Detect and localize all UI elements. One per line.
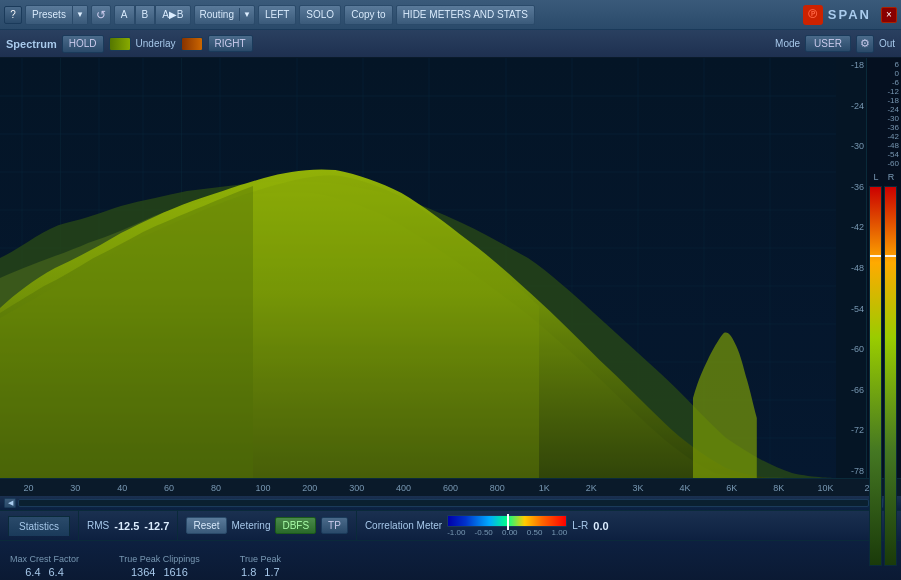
x-tick-2k: 2K <box>568 483 615 493</box>
corr-label: Correlation Meter <box>365 520 442 531</box>
x-tick-600: 600 <box>427 483 474 493</box>
y-label-30: -30 <box>838 141 864 151</box>
out-label: Out <box>879 38 895 49</box>
x-tick-800: 800 <box>474 483 521 493</box>
rms-label: RMS <box>87 520 109 531</box>
a-button[interactable]: A <box>114 5 135 25</box>
mode-user[interactable]: USER <box>805 35 851 52</box>
logo-area: Ⓟ SPAN × <box>803 5 897 25</box>
ab-button[interactable]: A▶B <box>155 5 190 25</box>
x-tick-3k: 3K <box>615 483 662 493</box>
help-button[interactable]: ? <box>4 6 22 24</box>
toolbar: ? Presets ▼ ↺ A B A▶B Routing ▼ LEFT SOL… <box>0 0 901 30</box>
scroll-left-button[interactable]: ◀ <box>4 498 16 508</box>
spectrum-bar: Spectrum HOLD Underlay RIGHT Mode USER ⚙… <box>0 30 901 58</box>
meter-label-n18: -18 <box>869 96 899 105</box>
x-tick-400: 400 <box>380 483 427 493</box>
y-label-60: -60 <box>838 344 864 354</box>
y-label-54: -54 <box>838 304 864 314</box>
true-peak-r-value: 1.7 <box>264 566 279 578</box>
right-meter: 6 0 -6 -12 -18 -24 -30 -36 -42 -48 -54 -… <box>866 58 901 478</box>
solo-button[interactable]: SOLO <box>299 5 341 25</box>
corr-value: 0.0 <box>593 520 608 532</box>
ab-group: A B A▶B <box>114 5 191 25</box>
meter-label-6: 6 <box>869 60 899 69</box>
crest-factor-item: Max Crest Factor 6.4 6.4 <box>10 554 79 578</box>
peak-clip-label: True Peak Clippings <box>119 554 200 564</box>
scroll-track[interactable] <box>18 499 869 507</box>
routing-button[interactable]: Routing ▼ <box>194 5 255 25</box>
true-peak-l-value: 1.8 <box>241 566 256 578</box>
statistics-tab[interactable]: Statistics <box>8 516 70 536</box>
stats-detail: Max Crest Factor 6.4 6.4 True Peak Clipp… <box>0 540 901 580</box>
meter-label-n42: -42 <box>869 132 899 141</box>
y-axis: -18 -24 -30 -36 -42 -48 -54 -60 -66 -72 … <box>836 58 866 478</box>
metering-label: Metering <box>232 520 271 531</box>
x-tick-1k: 1K <box>521 483 568 493</box>
gear-button[interactable]: ⚙ <box>856 35 874 53</box>
x-tick-100: 100 <box>239 483 286 493</box>
corr-meter <box>447 515 567 527</box>
y-label-72: -72 <box>838 425 864 435</box>
peak-clip-l-value: 1364 <box>131 566 155 578</box>
refresh-button[interactable]: ↺ <box>91 5 111 25</box>
reset-section: Reset Metering DBFS TP <box>178 511 356 540</box>
right-label: RIGHT <box>208 35 253 52</box>
peak-clip-r-value: 1616 <box>163 566 187 578</box>
crest-label: Max Crest Factor <box>10 554 79 564</box>
close-button[interactable]: × <box>881 7 897 23</box>
left-button[interactable]: LEFT <box>258 5 296 25</box>
reset-button[interactable]: Reset <box>186 517 226 534</box>
crest-l-value: 6.4 <box>25 566 40 578</box>
x-tick-300: 300 <box>333 483 380 493</box>
x-tick-10k: 10K <box>802 483 849 493</box>
true-peak-label: True Peak <box>240 554 281 564</box>
lr-labels: L R <box>867 170 901 184</box>
x-tick-40: 40 <box>99 483 146 493</box>
logo-icon: Ⓟ <box>803 5 823 25</box>
green-swatch[interactable] <box>109 37 131 51</box>
r-label: R <box>888 172 895 182</box>
x-tick-60: 60 <box>146 483 193 493</box>
x-tick-80: 80 <box>193 483 240 493</box>
logo-text: SPAN <box>828 7 871 22</box>
corr-tick-n05: -0.50 <box>475 528 493 537</box>
lr-label: L-R <box>572 520 588 531</box>
corr-tick-05: 0.50 <box>527 528 543 537</box>
meter-label-n12: -12 <box>869 87 899 96</box>
hide-meters-button[interactable]: HIDE METERS AND STATS <box>396 5 535 25</box>
x-tick-200: 200 <box>286 483 333 493</box>
true-peak-values: 1.8 1.7 <box>241 566 280 578</box>
b-button[interactable]: B <box>135 5 156 25</box>
meter-label-n54: -54 <box>869 150 899 159</box>
l-label: L <box>874 172 879 182</box>
presets-group: Presets ▼ <box>25 5 88 25</box>
x-tick-4k: 4K <box>661 483 708 493</box>
crest-values: 6.4 6.4 <box>25 566 64 578</box>
tp-button[interactable]: TP <box>321 517 348 534</box>
peak-clippings-item: True Peak Clippings 1364 1616 <box>119 554 200 578</box>
y-label-48: -48 <box>838 263 864 273</box>
rms-section: RMS -12.5 -12.7 <box>79 511 178 540</box>
presets-dropdown-button[interactable]: ▼ <box>73 5 88 25</box>
peak-clip-values: 1364 1616 <box>131 566 188 578</box>
routing-label: Routing <box>195 7 239 22</box>
true-peak-item: True Peak 1.8 1.7 <box>240 554 281 578</box>
copy-to-button[interactable]: Copy to <box>344 5 392 25</box>
meter-label-n60: -60 <box>869 159 899 168</box>
orange-swatch[interactable] <box>181 37 203 51</box>
meter-label-n30: -30 <box>869 114 899 123</box>
corr-meter-group: -1.00 -0.50 0.00 0.50 1.00 <box>447 515 567 537</box>
stats-tab-section: Statistics <box>0 511 79 540</box>
meter-label-n6: -6 <box>869 78 899 87</box>
hold-button[interactable]: HOLD <box>62 35 104 53</box>
presets-button[interactable]: Presets <box>25 5 73 25</box>
x-axis: 20 30 40 60 80 100 200 300 400 600 800 1… <box>0 478 901 496</box>
dbfs-button[interactable]: DBFS <box>275 517 316 534</box>
x-tick-6k: 6K <box>708 483 755 493</box>
meter-label-n48: -48 <box>869 141 899 150</box>
spectrum-label: Spectrum <box>6 38 57 50</box>
rms-l-value: -12.5 <box>114 520 139 532</box>
corr-tick-n1: -1.00 <box>447 528 465 537</box>
y-label-66: -66 <box>838 385 864 395</box>
